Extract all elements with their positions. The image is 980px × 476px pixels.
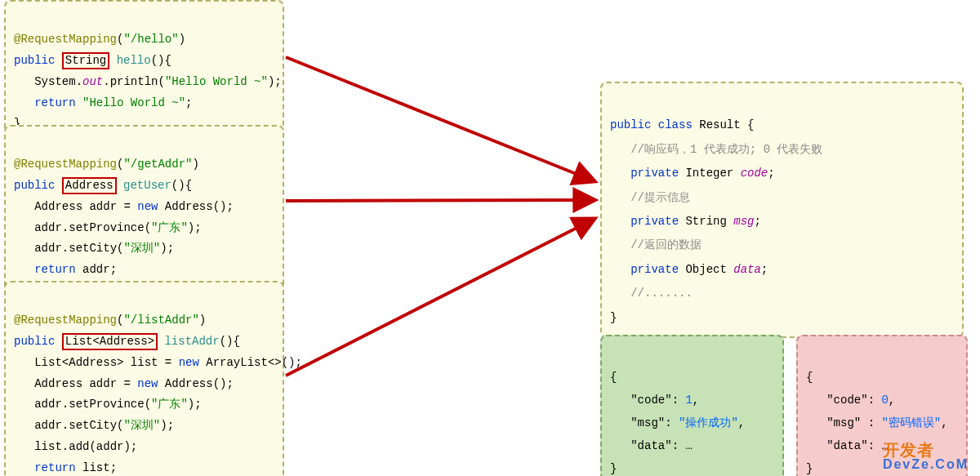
return-type-highlight: Address — [62, 177, 117, 194]
code-box-hello: @RequestMapping("/hello") public String … — [4, 0, 284, 143]
arrow-line — [286, 219, 595, 376]
return-type-highlight: List<Address> — [62, 333, 158, 350]
arrow-line — [286, 200, 595, 201]
code-box-result: public class Result { //响应码，1 代表成功; 0 代表… — [600, 82, 964, 338]
annotation: @RequestMapping — [14, 33, 117, 46]
watermark: 开发者 DevZe.CoM — [883, 442, 969, 471]
json-success: { "code": 1, "msg": "操作成功", "data": … } — [600, 335, 784, 476]
return-type-highlight: String — [62, 52, 109, 69]
code-box-listaddr: @RequestMapping("/listAddr") public List… — [4, 281, 284, 476]
arrow-line — [286, 57, 595, 181]
